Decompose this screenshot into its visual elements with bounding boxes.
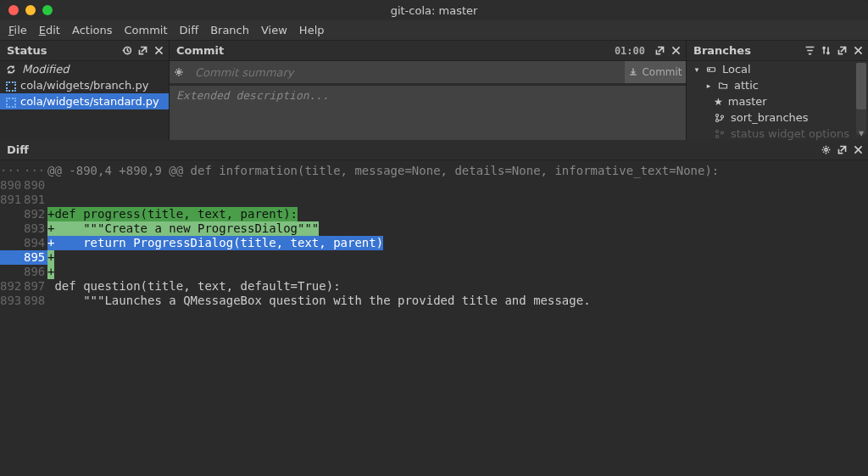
commit-panel-title: Commit (176, 44, 224, 57)
diff-line[interactable]: 892+def progress(title, text, parent): (0, 207, 868, 221)
menubar: File Edit Actions Commit Diff Branch Vie… (0, 20, 868, 41)
disk-icon (705, 64, 717, 76)
branch-icon (714, 112, 726, 124)
status-group-modified[interactable]: Modified (0, 61, 169, 77)
close-icon[interactable] (152, 44, 165, 58)
svg-point-3 (709, 69, 710, 70)
close-icon[interactable] (851, 44, 865, 58)
status-file-item[interactable]: cola/widgets/branch.py (0, 77, 169, 93)
refresh-icon (5, 64, 17, 76)
menu-diff[interactable]: Diff (180, 24, 199, 36)
history-icon[interactable] (120, 44, 133, 58)
cursor-position: 01:00 (615, 45, 645, 57)
popout-icon[interactable] (835, 143, 849, 157)
svg-point-10 (824, 148, 826, 151)
expand-toggle[interactable]: ▾ (693, 65, 700, 74)
status-panel-title: Status (7, 44, 47, 57)
branch-icon (714, 128, 726, 140)
diff-line[interactable]: 894+ return ProgressDialog(title, text, … (0, 236, 868, 250)
diff-line[interactable]: 893+ """Create a new ProgressDialog""" (0, 221, 868, 236)
expand-toggle[interactable]: ▸ (705, 81, 712, 90)
window-minimize-button[interactable] (25, 5, 36, 15)
status-file-item[interactable]: cola/widgets/standard.py (0, 93, 169, 109)
window-title: git-cola: master (0, 4, 868, 17)
menu-edit[interactable]: Edit (39, 24, 60, 36)
commit-panel: Commit 01:00 Commit Extended description… (170, 41, 687, 140)
gear-icon[interactable] (819, 143, 832, 157)
branches-panel-title: Branches (693, 44, 751, 57)
popout-icon[interactable] (136, 44, 149, 58)
commit-options-button[interactable] (170, 61, 188, 83)
svg-point-8 (716, 135, 719, 137)
svg-point-7 (716, 130, 719, 132)
diff-line[interactable]: 890890 (0, 178, 868, 193)
branch-item[interactable]: sort_branches (687, 109, 868, 126)
svg-point-9 (721, 132, 724, 134)
commit-description-input[interactable]: Extended description... (170, 86, 686, 140)
popout-icon[interactable] (653, 44, 666, 58)
status-panel: Status Modified cola/widgets/branch.py c… (0, 41, 170, 140)
diff-line[interactable]: 892897 def question(title, text, default… (0, 279, 868, 294)
diff-panel-title: Diff (7, 143, 29, 156)
diff-line[interactable]: 896+ (0, 265, 868, 279)
branches-panel: Branches ▾ Local ▸ attic ★ master (687, 41, 868, 140)
sort-icon[interactable] (819, 44, 832, 58)
svg-point-6 (721, 115, 724, 118)
menu-actions[interactable]: Actions (72, 24, 113, 36)
close-icon[interactable] (851, 143, 865, 157)
gear-icon (174, 67, 184, 77)
menu-help[interactable]: Help (299, 24, 325, 36)
download-icon (628, 67, 638, 77)
window-maximize-button[interactable] (42, 5, 53, 15)
modified-file-icon (5, 81, 15, 91)
branch-root-local[interactable]: ▾ Local (687, 61, 868, 77)
svg-point-5 (716, 119, 719, 121)
diff-line[interactable]: 895+ (0, 250, 868, 265)
branch-item[interactable]: ▸ attic (687, 77, 868, 93)
branch-item[interactable]: status widget options (687, 126, 868, 140)
menu-view[interactable]: View (261, 24, 287, 36)
diff-line[interactable]: 893898 """Launches a QMessageBox questio… (0, 294, 868, 308)
commit-button[interactable]: Commit (625, 61, 686, 83)
branch-item-current[interactable]: ★ master (687, 93, 868, 109)
menu-commit[interactable]: Commit (124, 24, 167, 36)
modified-file-icon (5, 97, 15, 107)
star-icon: ★ (714, 96, 723, 108)
diff-panel: Diff ······@@ -890,4 +890,9 @@ def infor… (0, 140, 868, 476)
diff-content[interactable]: ······@@ -890,4 +890,9 @@ def informatio… (0, 160, 868, 476)
commit-summary-input[interactable] (188, 61, 625, 83)
svg-point-4 (716, 114, 719, 116)
titlebar: git-cola: master (0, 0, 868, 20)
filter-icon[interactable] (803, 44, 816, 58)
menu-file[interactable]: File (8, 24, 27, 36)
window-close-button[interactable] (8, 5, 19, 15)
diff-line[interactable]: 891891 (0, 193, 868, 207)
popout-icon[interactable] (835, 44, 849, 58)
svg-point-1 (178, 71, 181, 74)
close-icon[interactable] (669, 44, 682, 58)
folder-icon (717, 80, 729, 92)
scrollbar-thumb[interactable] (856, 63, 866, 109)
scroll-down[interactable]: ▼ (856, 130, 866, 138)
menu-branch[interactable]: Branch (210, 24, 249, 36)
